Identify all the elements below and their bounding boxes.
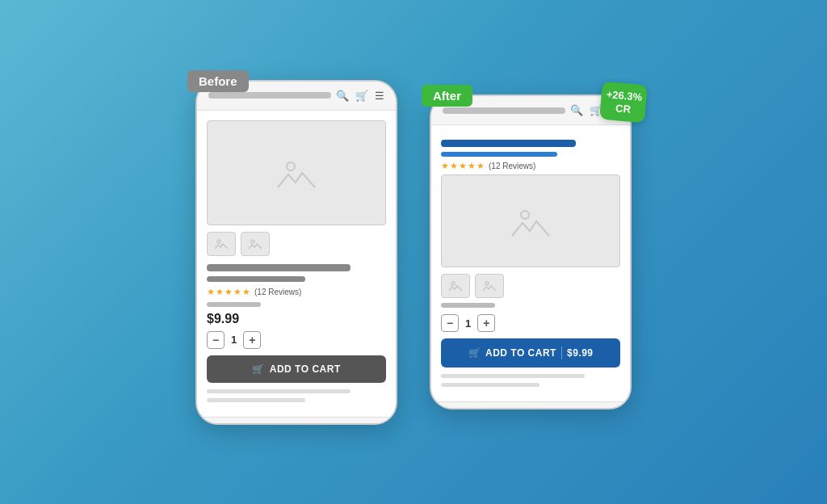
before-stars: ★★★★★ (207, 287, 251, 297)
after-content: ★★★★★ (12 Reviews) (431, 125, 630, 401)
before-title-bar-2 (207, 276, 305, 282)
cr-badge: +26.3%CR (599, 82, 648, 124)
after-price-in-btn: $9.99 (567, 347, 594, 359)
before-price: $9.99 (207, 312, 386, 326)
before-qty-value: 1 (231, 334, 237, 346)
after-title-bar-1 (441, 140, 576, 147)
before-content: ★★★★★ (12 Reviews) $9.99 − 1 + 🛒 ADD TO … (197, 111, 396, 417)
before-stars-row: ★★★★★ (12 Reviews) (207, 287, 386, 297)
before-title-bar-1 (207, 264, 351, 271)
svg-point-5 (485, 282, 489, 285)
before-qty-row: − 1 + (207, 331, 386, 349)
after-stars-row: ★★★★★ (12 Reviews) (441, 161, 620, 171)
after-add-to-cart-label: ADD TO CART (485, 347, 556, 359)
after-title-bar-2 (441, 152, 557, 157)
after-reviews: (12 Reviews) (489, 162, 535, 170)
svg-point-2 (251, 240, 254, 243)
before-main-image (207, 120, 386, 225)
before-reviews: (12 Reviews) (254, 288, 301, 296)
after-label: After (422, 85, 472, 107)
before-add-to-cart-button[interactable]: 🛒 ADD TO CART (207, 355, 386, 383)
after-thumb-row (441, 274, 620, 298)
after-desc-bar (441, 303, 495, 308)
after-add-to-cart-button[interactable]: 🛒 ADD TO CART $9.99 (441, 338, 620, 368)
before-top-icons: 🔍 🛒 ☰ (336, 90, 384, 102)
svg-point-4 (451, 282, 455, 285)
after-qty-row: − 1 + (441, 314, 620, 332)
after-nav-pill (443, 107, 565, 114)
after-qty-plus[interactable]: + (477, 314, 495, 332)
cart-icon-btn: 🛒 (252, 363, 265, 375)
after-thumb-2[interactable] (475, 274, 504, 298)
after-qty-value: 1 (465, 317, 471, 330)
before-thumb-2[interactable] (241, 232, 270, 256)
before-thumb-1[interactable] (207, 232, 236, 256)
btn-divider (561, 346, 562, 359)
before-phone-frame: 🔍 🛒 ☰ (195, 80, 397, 425)
svg-point-1 (217, 240, 220, 243)
before-thumb-row (207, 232, 386, 256)
before-qty-minus[interactable]: − (207, 331, 225, 349)
before-qty-plus[interactable]: + (243, 331, 261, 349)
svg-point-3 (521, 211, 529, 219)
after-phone-frame: 🔍 🛒 ☰ ★★★★★ (12 Reviews) (430, 94, 632, 410)
before-add-to-cart-label: ADD TO CART (270, 363, 341, 375)
before-label: Before (187, 70, 249, 92)
nav-pill (208, 92, 331, 99)
menu-icon[interactable]: ☰ (375, 90, 384, 102)
cart-icon[interactable]: 🛒 (355, 90, 368, 102)
before-bottom-bar (197, 417, 396, 423)
after-bottom-bar (431, 401, 630, 408)
after-qty-minus[interactable]: − (441, 314, 459, 332)
after-search-icon[interactable]: 🔍 (570, 104, 583, 116)
svg-point-0 (287, 162, 295, 170)
before-desc-bar (207, 302, 261, 307)
before-bottom-lines (207, 389, 386, 402)
after-main-image (441, 174, 620, 267)
after-bottom-lines (441, 374, 620, 387)
after-stars: ★★★★★ (441, 161, 485, 171)
before-phone-wrapper: Before 🔍 🛒 ☰ (195, 80, 397, 425)
after-cart-icon-btn: 🛒 (468, 347, 481, 359)
search-icon[interactable]: 🔍 (336, 90, 349, 102)
after-phone-wrapper: After +26.3%CR 🔍 🛒 ☰ ★★★★★ (12 Reviews) (430, 94, 632, 410)
after-thumb-1[interactable] (441, 274, 470, 298)
